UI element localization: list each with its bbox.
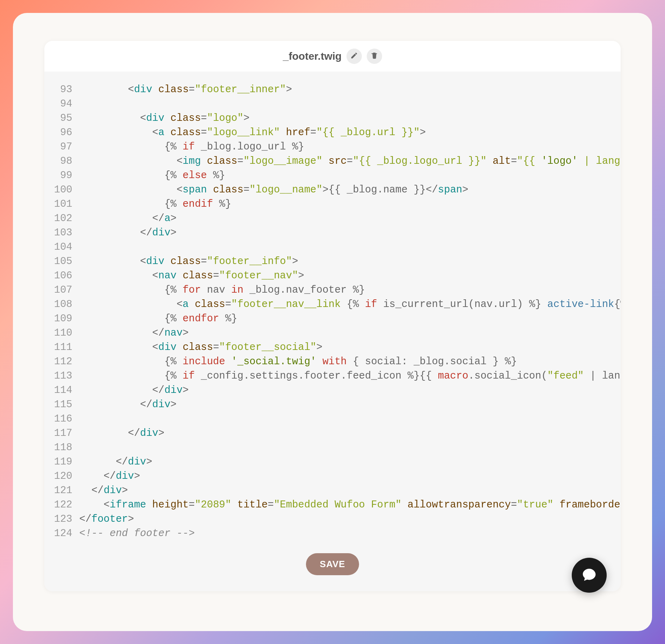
edit-button[interactable] — [346, 49, 362, 64]
chat-fab[interactable] — [572, 558, 607, 593]
code-content[interactable] — [79, 97, 621, 111]
line-number: 101 — [44, 197, 79, 211]
line-number: 96 — [44, 125, 79, 140]
code-line[interactable]: 109 {% endfor %} — [44, 312, 621, 326]
code-content[interactable]: <div class="footer__inner"> — [79, 82, 621, 97]
code-line[interactable]: 95 <div class="logo"> — [44, 111, 621, 125]
line-number: 110 — [44, 326, 79, 340]
code-line[interactable]: 93 <div class="footer__inner"> — [44, 82, 621, 97]
code-content[interactable]: {% for nav in _blog.nav_footer %} — [79, 283, 621, 297]
code-line[interactable]: 114 </div> — [44, 383, 621, 397]
save-button[interactable]: SAVE — [306, 553, 359, 575]
code-line[interactable]: 115 </div> — [44, 397, 621, 412]
code-line[interactable]: 92 — [44, 76, 621, 82]
code-line[interactable]: 105 <div class="footer__info"> — [44, 254, 621, 269]
code-content[interactable]: </footer> — [79, 512, 621, 526]
code-line[interactable]: 111 <div class="footer__social"> — [44, 340, 621, 354]
code-content[interactable]: {% else %} — [79, 168, 621, 183]
code-line[interactable]: 116 — [44, 412, 621, 426]
line-number: 122 — [44, 498, 79, 512]
code-content[interactable] — [79, 412, 621, 426]
editor-card: _footer.twig 9293 <div class="footer__in… — [44, 41, 621, 591]
line-number: 115 — [44, 397, 79, 412]
code-line[interactable]: 102 </a> — [44, 211, 621, 226]
code-line[interactable]: 94 — [44, 97, 621, 111]
line-number: 104 — [44, 240, 79, 254]
code-content[interactable]: <div class="footer__info"> — [79, 254, 621, 269]
code-content[interactable]: </div> — [79, 397, 621, 412]
save-row: SAVE — [44, 541, 621, 591]
code-content[interactable]: <iframe height="2089" title="Embedded Wu… — [79, 498, 621, 512]
line-number: 113 — [44, 369, 79, 383]
code-line[interactable]: 101 {% endif %} — [44, 197, 621, 211]
code-content[interactable]: <!-- end footer --> — [79, 526, 621, 541]
code-line[interactable]: 108 <a class="footer__nav__link {% if is… — [44, 297, 621, 312]
line-number: 116 — [44, 412, 79, 426]
code-line[interactable]: 118 — [44, 440, 621, 455]
code-editor[interactable]: 9293 <div class="footer__inner">94 95 <d… — [44, 72, 621, 541]
line-number: 108 — [44, 297, 79, 312]
line-number: 124 — [44, 526, 79, 541]
code-content[interactable]: {% include '_social.twig' with { social:… — [79, 354, 621, 369]
code-content[interactable]: <a class="footer__nav__link {% if is_cur… — [79, 297, 621, 312]
code-line[interactable]: 124<!-- end footer --> — [44, 526, 621, 541]
code-line[interactable]: 106 <nav class="footer__nav"> — [44, 269, 621, 283]
code-content[interactable] — [79, 240, 621, 254]
code-content[interactable]: <div class="footer__social"> — [79, 340, 621, 354]
code-content[interactable]: </div> — [79, 469, 621, 483]
code-line[interactable]: 112 {% include '_social.twig' with { soc… — [44, 354, 621, 369]
code-content[interactable]: </div> — [79, 226, 621, 240]
delete-button[interactable] — [367, 49, 382, 64]
chat-icon — [582, 567, 597, 584]
code-line[interactable]: 107 {% for nav in _blog.nav_footer %} — [44, 283, 621, 297]
code-line[interactable]: 122 <iframe height="2089" title="Embedde… — [44, 498, 621, 512]
page-frame: _footer.twig 9293 <div class="footer__in… — [13, 13, 652, 631]
code-line[interactable]: 110 </nav> — [44, 326, 621, 340]
code-line[interactable]: 120 </div> — [44, 469, 621, 483]
line-number: 102 — [44, 211, 79, 226]
code-line[interactable]: 99 {% else %} — [44, 168, 621, 183]
code-content[interactable]: <span class="logo__name">{{ _blog.name }… — [79, 183, 621, 197]
code-content[interactable]: <div class="logo"> — [79, 111, 621, 125]
code-line[interactable]: 113 {% if _config.settings.footer.feed_i… — [44, 369, 621, 383]
code-content[interactable]: {% if _config.settings.footer.feed_icon … — [79, 369, 621, 383]
card-header: _footer.twig — [44, 41, 621, 72]
line-number: 123 — [44, 512, 79, 526]
code-content[interactable]: </div> — [79, 426, 621, 440]
code-line[interactable]: 97 {% if _blog.logo_url %} — [44, 140, 621, 154]
code-line[interactable]: 119 </div> — [44, 455, 621, 469]
code-content[interactable]: </div> — [79, 455, 621, 469]
code-line[interactable]: 100 <span class="logo__name">{{ _blog.na… — [44, 183, 621, 197]
line-number: 109 — [44, 312, 79, 326]
trash-icon — [371, 52, 378, 61]
code-line[interactable]: 103 </div> — [44, 226, 621, 240]
line-number: 120 — [44, 469, 79, 483]
code-line[interactable]: 123</footer> — [44, 512, 621, 526]
code-line[interactable]: 121 </div> — [44, 483, 621, 498]
pencil-icon — [350, 52, 358, 61]
code-content[interactable]: {% endfor %} — [79, 312, 621, 326]
code-line[interactable]: 96 <a class="logo__link" href="{{ _blog.… — [44, 125, 621, 140]
code-content[interactable]: </div> — [79, 483, 621, 498]
code-content[interactable]: <img class="logo__image" src="{{ _blog.l… — [79, 154, 621, 168]
code-content[interactable]: </div> — [79, 383, 621, 397]
line-number: 100 — [44, 183, 79, 197]
code-line[interactable]: 117 </div> — [44, 426, 621, 440]
line-number: 111 — [44, 340, 79, 354]
code-content[interactable]: </nav> — [79, 326, 621, 340]
line-number: 117 — [44, 426, 79, 440]
code-content[interactable] — [79, 440, 621, 455]
line-number: 119 — [44, 455, 79, 469]
code-content[interactable]: </a> — [79, 211, 621, 226]
code-content[interactable]: {% endif %} — [79, 197, 621, 211]
line-number: 95 — [44, 111, 79, 125]
line-number: 103 — [44, 226, 79, 240]
line-number: 106 — [44, 269, 79, 283]
code-content[interactable]: <a class="logo__link" href="{{ _blog.url… — [79, 125, 621, 140]
code-content[interactable]: {% if _blog.logo_url %} — [79, 140, 621, 154]
code-line[interactable]: 98 <img class="logo__image" src="{{ _blo… — [44, 154, 621, 168]
line-number: 98 — [44, 154, 79, 168]
line-number: 93 — [44, 82, 79, 97]
code-line[interactable]: 104 — [44, 240, 621, 254]
code-content[interactable]: <nav class="footer__nav"> — [79, 269, 621, 283]
